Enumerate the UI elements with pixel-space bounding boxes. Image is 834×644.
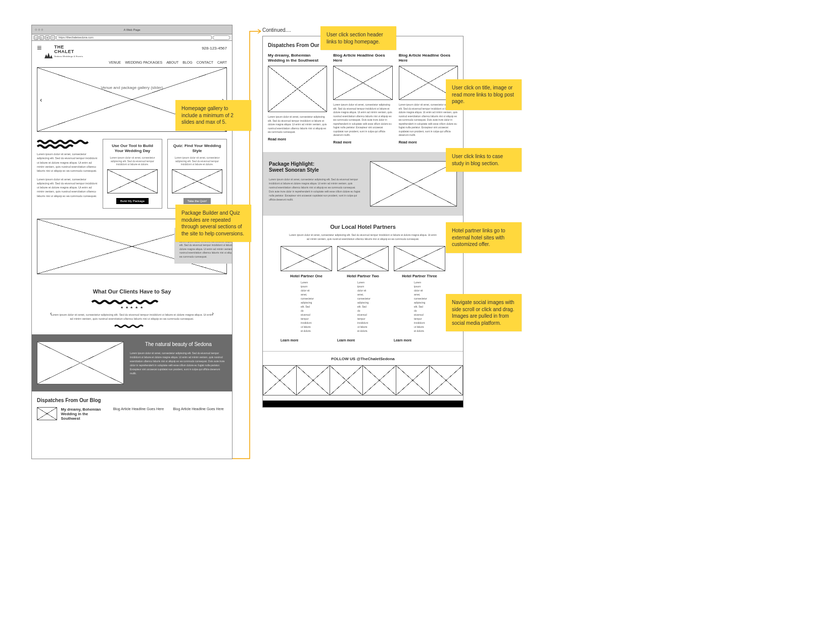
- blog-preview: Dispatches From Our Blog My dreamy, Bohe…: [32, 391, 232, 421]
- hotel-image[interactable]: [281, 246, 332, 271]
- social-section: FOLLOW US @TheChaletSedona: [263, 351, 463, 401]
- hotel-image[interactable]: [337, 246, 389, 271]
- blog-image[interactable]: [268, 66, 327, 112]
- learn-more-link[interactable]: Learn more: [337, 338, 389, 343]
- social-image[interactable]: [429, 365, 463, 395]
- blog-post: Blog Article Headline Goes Here Lorem ip…: [333, 53, 392, 145]
- hotels-title: Our Local Hotel Partners: [269, 224, 457, 230]
- quiz-title: Quiz: Find Your Wedding Style: [172, 143, 222, 153]
- social-image[interactable]: [330, 365, 363, 395]
- annotation: Hotel partner links go to external hotel…: [446, 222, 522, 253]
- hotel-image[interactable]: [394, 246, 445, 271]
- package-builder-card: Use Our Tool to Build Your Wedding Day L…: [103, 139, 162, 209]
- nav-blog[interactable]: BLOG: [182, 61, 192, 64]
- hotel-card: Hotel Partner Two Lorem ipsum dolor sit …: [337, 246, 389, 343]
- nav-about[interactable]: ABOUT: [166, 61, 178, 64]
- hotel-name[interactable]: Hotel Partner One: [281, 273, 332, 279]
- browser-titlebar: ○ ○ ○ A Web Page: [32, 25, 232, 34]
- rating-stars: ★ ★ ★ ★ ★: [37, 306, 227, 310]
- blog-title[interactable]: Blog Article Headline Goes Here: [333, 53, 392, 63]
- slider-prev-icon[interactable]: ‹: [40, 96, 42, 104]
- testimonials-title: What Our Clients Have to Say: [37, 288, 227, 294]
- continued-label: Continued....: [262, 27, 291, 33]
- take-quiz-button[interactable]: Take the Quiz!: [183, 198, 211, 204]
- blog-section-title[interactable]: Dispatches From Our Blog: [37, 398, 227, 403]
- blog-image[interactable]: [37, 407, 57, 420]
- logo-mark-icon: [44, 52, 53, 59]
- read-more-link[interactable]: Read more: [268, 137, 327, 142]
- connector-arrow: [233, 29, 264, 461]
- social-image[interactable]: [296, 365, 330, 395]
- wireframe-right: Dispatches From Our Blog My dreamy, Bohe…: [262, 36, 464, 408]
- quiz-card: Quiz: Find Your Wedding Style Lorem ipsu…: [167, 139, 227, 209]
- main-nav: VENUE WEDDING PACKAGES ABOUT BLOG CONTAC…: [32, 61, 232, 67]
- annotation: Package Builder and Quiz modules are rep…: [175, 205, 251, 242]
- read-more-link[interactable]: Read more: [399, 140, 458, 145]
- browser-toolbar: ◁ ▷ ✕ ⌂ https://thechaletsedona.com: [32, 34, 232, 41]
- annotation: Homepage gallery to include a minimum of…: [175, 100, 251, 131]
- intro-text: Lorem ipsum dolor sit amet, consectetur …: [37, 139, 98, 198]
- back-icon[interactable]: ◁: [34, 35, 38, 40]
- wireframe-left: ○ ○ ○ A Web Page ◁ ▷ ✕ ⌂ https://thechal…: [31, 25, 233, 459]
- forward-icon[interactable]: ▷: [39, 35, 44, 40]
- package-highlight: Package Highlight:Sweet Sonoran Style Lo…: [263, 152, 463, 216]
- footer: THECHALETSedona Weddings & Events 928-12…: [263, 401, 463, 408]
- testimonial-next-icon[interactable]: ›: [212, 310, 214, 316]
- site-header: ≡ THECHALETSedona Weddings & Events 928-…: [32, 41, 232, 61]
- social-image-strip[interactable]: [263, 365, 463, 395]
- intro-row: Lorem ipsum dolor sit amet, consectetur …: [32, 132, 232, 214]
- nav-venue[interactable]: VENUE: [109, 61, 121, 64]
- sedona-title-2: The natural beauty of Sedona: [145, 341, 212, 347]
- annotation: User click links to case study in blog s…: [446, 148, 522, 172]
- package-title[interactable]: Package Highlight:: [269, 161, 314, 167]
- annotation: Navigate social images with side scroll …: [446, 294, 522, 331]
- hotel-name[interactable]: Hotel Partner Two: [337, 273, 389, 279]
- blog-title[interactable]: Blog Article Headline Goes Here: [399, 53, 458, 63]
- social-image[interactable]: [396, 365, 429, 395]
- build-package-button[interactable]: Build My Package: [116, 198, 149, 204]
- annotation: User click section header links to blog …: [320, 26, 396, 50]
- search-pill[interactable]: [213, 35, 230, 40]
- sedona-image-2: [37, 341, 124, 384]
- blog-side-title-1[interactable]: Blog Article Headline Goes Here: [113, 407, 167, 421]
- package-image[interactable]: [370, 161, 457, 207]
- learn-more-link[interactable]: Learn more: [394, 338, 445, 343]
- social-image[interactable]: [263, 365, 296, 395]
- social-image[interactable]: [362, 365, 396, 395]
- hotel-card: Hotel Partner Three Lorem ipsum dolor si…: [394, 246, 445, 343]
- blog-section-full: Dispatches From Our Blog My dreamy, Bohe…: [263, 36, 463, 152]
- nav-packages[interactable]: WEDDING PACKAGES: [125, 61, 162, 64]
- hotel-name[interactable]: Hotel Partner Three: [394, 273, 445, 279]
- blog-featured-title[interactable]: My dreamy, Bohemian Wedding in the South…: [61, 407, 107, 421]
- blog-image[interactable]: [333, 66, 392, 100]
- logo[interactable]: THECHALETSedona Weddings & Events: [44, 45, 83, 59]
- hamburger-icon[interactable]: ≡: [37, 45, 41, 51]
- read-more-link[interactable]: Read more: [333, 140, 392, 145]
- browser-title: A Web Page: [32, 28, 232, 31]
- blog-post-featured: My dreamy, Bohemian Wedding in the South…: [268, 53, 327, 145]
- learn-more-link[interactable]: Learn more: [281, 338, 332, 343]
- blog-side-title-2[interactable]: Blog Article Headline Goes Here: [173, 407, 227, 421]
- reload-icon[interactable]: ✕: [45, 35, 50, 40]
- tool-image: [107, 169, 158, 193]
- url-bar[interactable]: https://thechaletsedona.com: [56, 35, 212, 40]
- nav-cart[interactable]: CART: [217, 61, 227, 64]
- testimonials: What Our Clients Have to Say ★ ★ ★ ★ ★ L…: [32, 279, 232, 335]
- home-icon[interactable]: ⌂: [51, 35, 55, 40]
- blog-title[interactable]: My dreamy, Bohemian Wedding in the South…: [268, 53, 327, 63]
- hotel-card: Hotel Partner One Lorem ipsum dolor sit …: [281, 246, 332, 343]
- annotation: User click on title, image or read more …: [446, 79, 522, 110]
- slider-caption: Venue and package gallery (slider): [37, 85, 227, 90]
- tool-title: Use Our Tool to Build Your Wedding Day: [107, 143, 158, 153]
- testimonial-prev-icon[interactable]: ‹: [50, 310, 52, 316]
- nav-contact[interactable]: CONTACT: [197, 61, 213, 64]
- social-title[interactable]: FOLLOW US @TheChaletSedona: [263, 357, 463, 361]
- phone-number[interactable]: 928-123-4567: [202, 46, 227, 51]
- quiz-image: [172, 169, 222, 193]
- hotel-partners: Our Local Hotel Partners Lorem ipsum dol…: [263, 216, 463, 351]
- sedona-feature-2: The natural beauty of Sedona Lorem ipsum…: [32, 334, 232, 391]
